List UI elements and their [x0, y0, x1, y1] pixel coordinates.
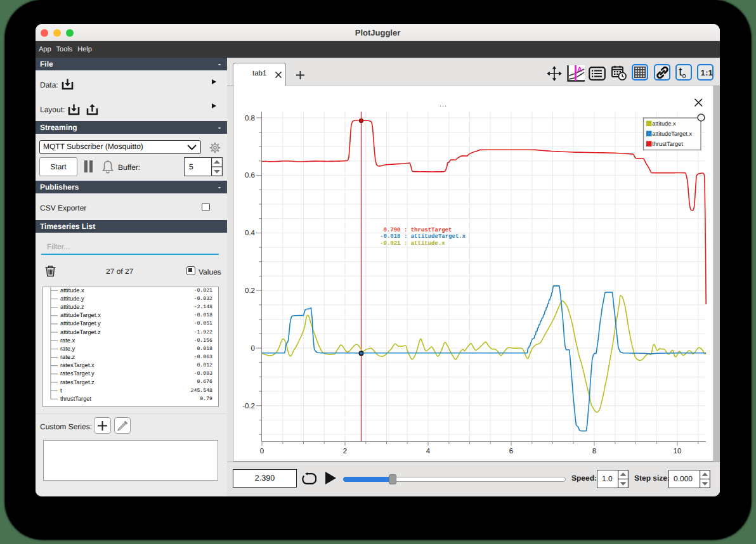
svg-text:0.6: 0.6	[245, 172, 255, 179]
svg-text:6: 6	[509, 448, 513, 455]
svg-text:: thrustTarget: : thrustTarget	[401, 227, 452, 233]
svg-text:-0.021: -0.021	[380, 240, 401, 247]
svg-text:thrustTarget: thrustTarget	[652, 141, 683, 147]
svg-text:8: 8	[592, 448, 596, 455]
svg-text:attitudeTarget.x: attitudeTarget.x	[652, 131, 692, 137]
svg-text:2: 2	[343, 448, 347, 455]
svg-text:0.8: 0.8	[245, 115, 255, 122]
svg-text:0: 0	[251, 345, 255, 353]
svg-text:: attitudeTarget.x: : attitudeTarget.x	[401, 233, 466, 240]
svg-text:-0.018: -0.018	[380, 233, 400, 240]
svg-text:4: 4	[426, 448, 431, 455]
svg-text:10: 10	[674, 448, 682, 455]
svg-text:: attitude.x: : attitude.x	[401, 240, 446, 247]
svg-text:-0.2: -0.2	[242, 403, 255, 410]
svg-text:A: A	[577, 66, 582, 74]
svg-text:attitude.x: attitude.x	[652, 120, 676, 127]
svg-text:0: 0	[260, 448, 264, 455]
svg-text:0.790: 0.790	[383, 227, 400, 233]
svg-text:0.4: 0.4	[245, 230, 256, 237]
svg-text:...: ...	[440, 101, 447, 108]
svg-text:0.2: 0.2	[245, 287, 255, 295]
